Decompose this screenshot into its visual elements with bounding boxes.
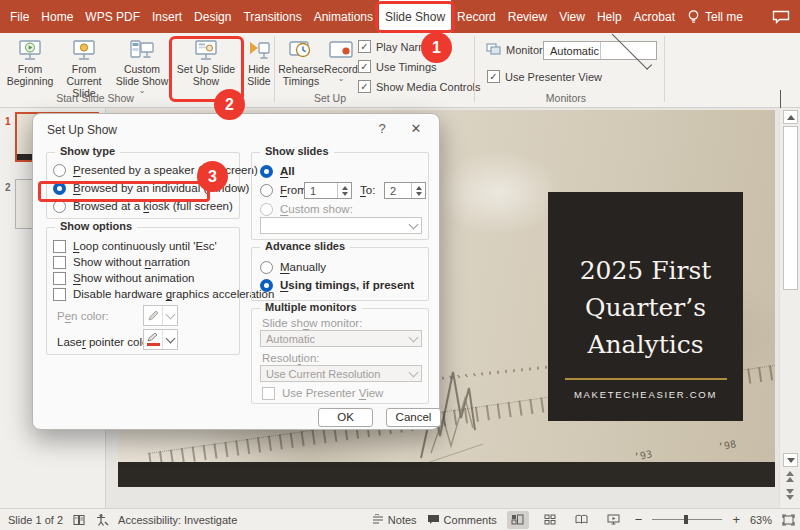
checkbox-loop-continuously[interactable]: Loop continuously until 'Esc' bbox=[53, 238, 217, 254]
rehearse-timings-button[interactable]: Rehearse Timings bbox=[279, 37, 323, 87]
ribbon: From Beginning From Current Slide Custom… bbox=[0, 33, 800, 108]
radio-from-slides[interactable]: From: bbox=[260, 182, 310, 198]
radio-custom-show[interactable]: Custom show: bbox=[260, 201, 353, 217]
fit-slide-to-window-icon[interactable] bbox=[782, 514, 795, 526]
radio-label: Browsed at a kiosk (full screen) bbox=[73, 200, 233, 212]
slide-bottom-bar bbox=[118, 462, 775, 487]
checkbox-checked-icon: ✓ bbox=[358, 40, 371, 53]
show-media-controls-label: Show Media Controls bbox=[376, 81, 481, 93]
slide-title-card[interactable]: 2025 First Quarter’s Analytics MAKETECHE… bbox=[548, 192, 743, 421]
checkbox-presenter-view-dialog[interactable]: Use Presenter View bbox=[262, 385, 383, 401]
radio-label: Using timings, if present bbox=[280, 279, 414, 291]
custom-slide-show-icon bbox=[129, 37, 155, 63]
tab-help[interactable]: Help bbox=[591, 0, 628, 33]
multiple-monitors-label: Multiple monitors bbox=[260, 301, 362, 313]
reading-view-button[interactable] bbox=[571, 511, 593, 529]
chevron-down-icon bbox=[600, 42, 657, 59]
show-options-label: Show options bbox=[55, 220, 137, 232]
tab-home[interactable]: Home bbox=[35, 0, 79, 33]
checkbox-show-without-animation[interactable]: Show without animation bbox=[53, 270, 194, 286]
tab-view[interactable]: View bbox=[553, 0, 591, 33]
slide-1-number: 1 bbox=[5, 116, 11, 127]
set-up-slide-show-button[interactable]: Set Up Slide Show bbox=[173, 37, 239, 87]
hide-slide-button[interactable]: Hide Slide bbox=[241, 37, 277, 87]
scroll-up-button[interactable] bbox=[783, 110, 798, 124]
use-presenter-view-label: Use Presenter View bbox=[505, 71, 602, 83]
radio-browsed-at-kiosk[interactable]: Browsed at a kiosk (full screen) bbox=[53, 198, 233, 214]
tab-animations[interactable]: Animations bbox=[308, 0, 379, 33]
cancel-button[interactable]: Cancel bbox=[386, 408, 441, 427]
tab-slide-show-label: Slide Show bbox=[385, 10, 445, 24]
collapse-ribbon-icon[interactable] bbox=[780, 90, 781, 108]
from-slide-spinner[interactable]: 1 bbox=[304, 182, 352, 199]
use-presenter-view-checkbox[interactable]: ✓ Use Presenter View bbox=[487, 70, 602, 83]
radio-manually[interactable]: Manually bbox=[260, 259, 326, 275]
zoom-out-button[interactable]: − bbox=[635, 512, 643, 527]
accessibility-status[interactable]: Accessibility: Investigate bbox=[118, 514, 237, 526]
tab-design[interactable]: Design bbox=[188, 0, 237, 33]
tab-record[interactable]: Record bbox=[451, 0, 502, 33]
previous-slide-button[interactable] bbox=[786, 471, 794, 482]
tab-review[interactable]: Review bbox=[502, 0, 553, 33]
from-beginning-button[interactable]: From Beginning bbox=[6, 37, 54, 87]
show-options-group: Show options Loop continuously until 'Es… bbox=[46, 227, 240, 355]
custom-show-dropdown[interactable] bbox=[260, 217, 422, 234]
zoom-level[interactable]: 63% bbox=[750, 514, 772, 526]
next-slide-button[interactable] bbox=[786, 489, 794, 500]
notes-button[interactable]: Notes bbox=[372, 514, 417, 526]
rehearse-timings-label: Rehearse Timings bbox=[278, 63, 324, 87]
checkbox-disable-hardware-acceleration[interactable]: Disable hardware graphics acceleration bbox=[53, 286, 274, 302]
tab-insert[interactable]: Insert bbox=[146, 0, 188, 33]
scrollbar-thumb[interactable] bbox=[783, 126, 798, 290]
comments-bubble-icon[interactable] bbox=[772, 10, 790, 24]
scroll-down-button[interactable] bbox=[783, 453, 798, 467]
display-settings-icon[interactable] bbox=[72, 514, 86, 526]
powerpoint-window: File Home WPS PDF Insert Design Transiti… bbox=[0, 0, 800, 530]
checkbox-show-without-narration[interactable]: Show without narration bbox=[53, 254, 190, 270]
spinner-arrows-icon[interactable] bbox=[411, 183, 425, 198]
slide-show-view-button[interactable] bbox=[603, 511, 625, 529]
zoom-slider-thumb[interactable] bbox=[684, 515, 688, 524]
dialog-help-button[interactable]: ? bbox=[371, 121, 393, 136]
group-label-start-slide-show: Start Slide Show bbox=[25, 92, 165, 104]
zoom-in-button[interactable]: + bbox=[732, 512, 740, 527]
zoom-slider[interactable] bbox=[652, 519, 722, 520]
tab-acrobat[interactable]: Acrobat bbox=[628, 0, 681, 33]
show-slides-group: Show slides All From: 1 To: 2 bbox=[251, 152, 429, 240]
tab-file[interactable]: File bbox=[4, 0, 35, 33]
radio-disabled-icon bbox=[260, 203, 273, 216]
checkbox-icon bbox=[53, 240, 66, 253]
accessibility-icon[interactable] bbox=[95, 513, 109, 526]
normal-view-button[interactable] bbox=[507, 511, 529, 529]
tab-slide-show[interactable]: Slide Show bbox=[379, 0, 451, 33]
dialog-close-button[interactable]: ✕ bbox=[405, 121, 427, 136]
monitor-dropdown[interactable]: Automatic bbox=[543, 41, 657, 60]
annotation-step-1: 1 bbox=[421, 32, 452, 63]
checkbox-checked-icon: ✓ bbox=[358, 60, 371, 73]
resolution-dropdown[interactable]: Use Current Resolution bbox=[260, 365, 422, 382]
custom-slide-show-button[interactable]: Custom Slide Show ⌄ bbox=[113, 37, 171, 95]
tab-tell-me[interactable]: Tell me bbox=[681, 0, 749, 33]
use-timings-checkbox[interactable]: ✓ Use Timings bbox=[358, 60, 437, 73]
photo-year-label: ’93 bbox=[633, 448, 653, 462]
vertical-scrollbar[interactable] bbox=[779, 108, 800, 508]
comments-button[interactable]: Comments bbox=[427, 514, 497, 526]
laser-pointer-color-dropdown[interactable] bbox=[143, 329, 178, 350]
to-slide-spinner[interactable]: 2 bbox=[384, 182, 426, 199]
radio-all-slides[interactable]: All bbox=[260, 163, 295, 179]
slide-sorter-view-button[interactable] bbox=[539, 511, 561, 529]
tabbar-spacer bbox=[749, 0, 762, 33]
ok-button[interactable]: OK bbox=[318, 408, 373, 427]
from-current-slide-button[interactable]: From Current Slide bbox=[57, 37, 111, 99]
radio-using-timings[interactable]: Using timings, if present bbox=[260, 277, 414, 293]
set-up-slide-show-label: Set Up Slide Show bbox=[173, 63, 239, 87]
pen-color-dropdown[interactable] bbox=[143, 305, 178, 326]
record-button[interactable]: Record ⌄ bbox=[324, 37, 358, 83]
tab-transitions[interactable]: Transitions bbox=[237, 0, 307, 33]
tab-wps-pdf[interactable]: WPS PDF bbox=[79, 0, 146, 33]
spinner-arrows-icon[interactable] bbox=[337, 183, 351, 198]
ribbon-separator bbox=[474, 36, 475, 102]
slide-site-text: MAKETECHEASIER.COM bbox=[548, 389, 743, 400]
chevron-down-icon bbox=[406, 331, 421, 346]
slide-show-monitor-dropdown[interactable]: Automatic bbox=[260, 330, 422, 347]
